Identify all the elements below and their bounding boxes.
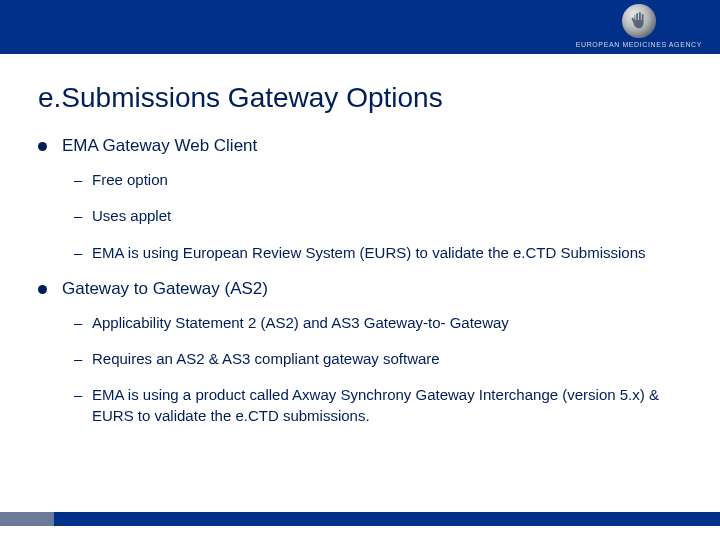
bullet-label: Gateway to Gateway (AS2) — [62, 279, 268, 298]
bullet-list: EMA Gateway Web Client Free option Uses … — [38, 136, 682, 426]
sub-item: EMA is using European Review System (EUR… — [62, 243, 682, 263]
sub-item: Free option — [62, 170, 682, 190]
slide: EUROPEAN MEDICINES AGENCY e.Submissions … — [0, 0, 720, 540]
sub-item: Uses applet — [62, 206, 682, 226]
sub-item: EMA is using a product called Axway Sync… — [62, 385, 682, 426]
logo-circle-icon — [622, 4, 656, 38]
bullet-item: Gateway to Gateway (AS2) Applicability S… — [38, 279, 682, 426]
header-bar: EUROPEAN MEDICINES AGENCY — [0, 0, 720, 54]
slide-title: e.Submissions Gateway Options — [38, 82, 682, 114]
sub-item: Applicability Statement 2 (AS2) and AS3 … — [62, 313, 682, 333]
bullet-label: EMA Gateway Web Client — [62, 136, 257, 155]
content-area: e.Submissions Gateway Options EMA Gatewa… — [0, 54, 720, 426]
footer-accent — [0, 512, 54, 526]
agency-name: EUROPEAN MEDICINES AGENCY — [576, 41, 702, 48]
hands-icon — [622, 4, 656, 38]
bullet-item: EMA Gateway Web Client Free option Uses … — [38, 136, 682, 263]
agency-logo: EUROPEAN MEDICINES AGENCY — [576, 4, 702, 48]
sub-list: Free option Uses applet EMA is using Eur… — [62, 170, 682, 263]
sub-list: Applicability Statement 2 (AS2) and AS3 … — [62, 313, 682, 426]
sub-item: Requires an AS2 & AS3 compliant gateway … — [62, 349, 682, 369]
footer-bar — [0, 512, 720, 526]
